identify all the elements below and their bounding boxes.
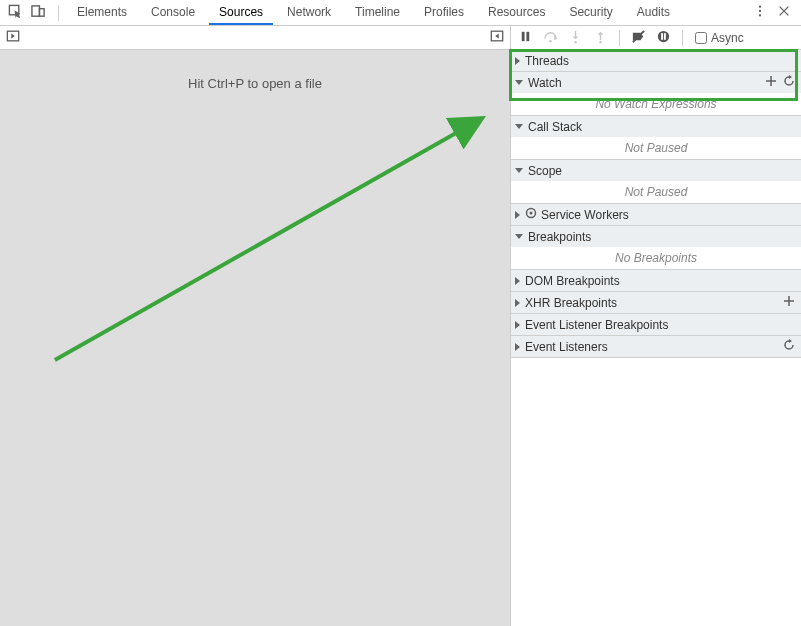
editor-toolbar <box>0 26 510 50</box>
svg-point-4 <box>759 10 761 12</box>
devtools-tabbar: Elements Console Sources Network Timelin… <box>0 0 801 26</box>
separator <box>58 5 59 21</box>
section-header-event-listener-breakpoints[interactable]: Event Listener Breakpoints <box>511 314 801 335</box>
svg-point-3 <box>759 5 761 7</box>
svg-point-12 <box>574 40 576 42</box>
section-header-xhr-breakpoints[interactable]: XHR Breakpoints <box>511 292 801 313</box>
svg-point-13 <box>599 40 601 42</box>
disclosure-triangle-icon <box>515 343 520 351</box>
disclosure-triangle-icon <box>515 168 523 173</box>
pause-script-icon[interactable] <box>515 27 536 49</box>
editor-hint-text: Hit Ctrl+P to open a file <box>0 76 510 91</box>
tab-resources[interactable]: Resources <box>478 0 555 25</box>
tab-network[interactable]: Network <box>277 0 341 25</box>
section-label: Threads <box>525 54 795 68</box>
separator <box>619 30 620 46</box>
more-menu-icon[interactable] <box>753 4 767 21</box>
disclosure-triangle-icon <box>515 277 520 285</box>
add-watch-icon[interactable] <box>765 75 777 90</box>
disclosure-triangle-icon <box>515 80 523 85</box>
scope-body: Not Paused <box>511 181 801 203</box>
annotation-arrow <box>0 50 510 626</box>
disclosure-triangle-icon <box>515 321 520 329</box>
watch-body: No Watch Expressions <box>511 93 801 115</box>
section-header-scope[interactable]: Scope <box>511 160 801 181</box>
section-header-breakpoints[interactable]: Breakpoints <box>511 226 801 247</box>
svg-point-15 <box>658 30 669 41</box>
pause-on-exceptions-icon[interactable] <box>653 27 674 49</box>
section-event-listener-breakpoints: Event Listener Breakpoints <box>511 314 801 336</box>
tab-profiles[interactable]: Profiles <box>414 0 474 25</box>
svg-point-19 <box>530 212 533 215</box>
section-callstack: Call Stack Not Paused <box>511 116 801 160</box>
separator <box>682 30 683 46</box>
section-event-listeners: Event Listeners <box>511 336 801 358</box>
section-dom-breakpoints: DOM Breakpoints <box>511 270 801 292</box>
section-header-callstack[interactable]: Call Stack <box>511 116 801 137</box>
sources-editor-pane: Hit Ctrl+P to open a file <box>0 26 511 626</box>
editor-body: Hit Ctrl+P to open a file <box>0 50 510 626</box>
tab-sources[interactable]: Sources <box>209 0 273 25</box>
section-service-workers: Service Workers <box>511 204 801 226</box>
section-label: Call Stack <box>528 120 795 134</box>
gear-icon <box>525 207 537 222</box>
disclosure-triangle-icon <box>515 234 523 239</box>
step-into-icon <box>565 27 586 49</box>
tab-elements[interactable]: Elements <box>67 0 137 25</box>
section-label: Event Listeners <box>525 340 777 354</box>
svg-point-5 <box>759 14 761 16</box>
section-label: Breakpoints <box>528 230 795 244</box>
device-toolbar-icon[interactable] <box>31 4 46 22</box>
tab-timeline[interactable]: Timeline <box>345 0 410 25</box>
refresh-event-listeners-icon[interactable] <box>783 339 795 354</box>
disclosure-triangle-icon <box>515 124 523 129</box>
disclosure-triangle-icon <box>515 211 520 219</box>
section-breakpoints: Breakpoints No Breakpoints <box>511 226 801 270</box>
tab-security[interactable]: Security <box>559 0 622 25</box>
add-xhr-breakpoint-icon[interactable] <box>783 295 795 310</box>
section-label: Watch <box>528 76 759 90</box>
refresh-watch-icon[interactable] <box>783 75 795 90</box>
section-label: XHR Breakpoints <box>525 296 777 310</box>
section-label: Event Listener Breakpoints <box>525 318 795 332</box>
debugger-side-pane: Async Threads Watch No Watch Expressions <box>511 26 801 626</box>
svg-line-8 <box>55 120 479 360</box>
debugger-toggle-icon[interactable] <box>490 29 504 46</box>
section-header-dom-breakpoints[interactable]: DOM Breakpoints <box>511 270 801 291</box>
section-label: Service Workers <box>541 208 795 222</box>
debugger-toolbar: Async <box>511 26 801 50</box>
section-header-threads[interactable]: Threads <box>511 50 801 71</box>
deactivate-breakpoints-icon[interactable] <box>628 27 649 49</box>
section-header-event-listeners[interactable]: Event Listeners <box>511 336 801 357</box>
svg-point-11 <box>549 39 551 41</box>
async-checkbox-input[interactable] <box>695 32 707 44</box>
async-checkbox[interactable]: Async <box>695 31 744 45</box>
section-header-service-workers[interactable]: Service Workers <box>511 204 801 225</box>
svg-rect-16 <box>661 33 663 40</box>
section-watch: Watch No Watch Expressions <box>511 72 801 116</box>
async-label: Async <box>711 31 744 45</box>
inspect-element-icon[interactable] <box>8 4 23 22</box>
step-out-icon <box>590 27 611 49</box>
svg-rect-17 <box>664 33 666 40</box>
breakpoints-body: No Breakpoints <box>511 247 801 269</box>
section-threads: Threads <box>511 50 801 72</box>
section-header-watch[interactable]: Watch <box>511 72 801 93</box>
close-devtools-icon[interactable] <box>777 4 791 21</box>
svg-rect-9 <box>522 31 525 40</box>
disclosure-triangle-icon <box>515 57 520 65</box>
callstack-body: Not Paused <box>511 137 801 159</box>
svg-rect-1 <box>32 5 40 15</box>
section-scope: Scope Not Paused <box>511 160 801 204</box>
navigator-toggle-icon[interactable] <box>6 29 20 46</box>
tab-audits[interactable]: Audits <box>627 0 680 25</box>
svg-rect-10 <box>526 31 529 40</box>
step-over-icon <box>540 27 561 49</box>
section-label: Scope <box>528 164 795 178</box>
tab-console[interactable]: Console <box>141 0 205 25</box>
section-label: DOM Breakpoints <box>525 274 795 288</box>
section-xhr-breakpoints: XHR Breakpoints <box>511 292 801 314</box>
disclosure-triangle-icon <box>515 299 520 307</box>
svg-rect-2 <box>39 8 44 16</box>
